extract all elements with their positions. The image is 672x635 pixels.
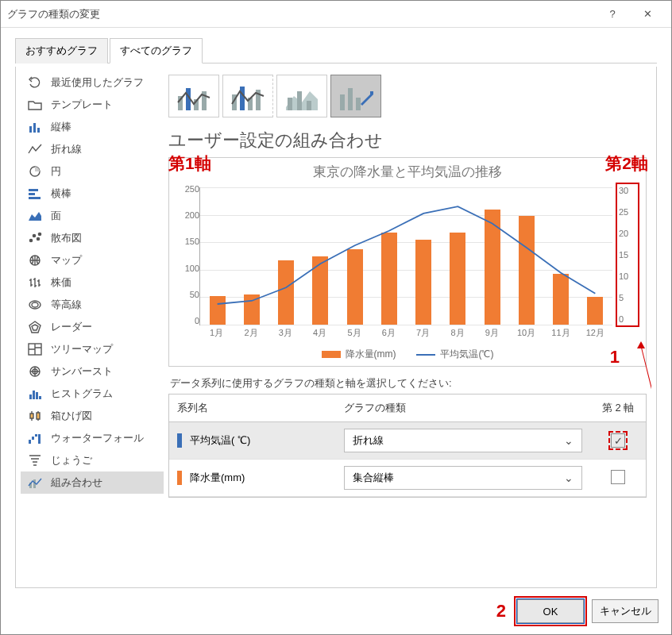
column-icon	[27, 120, 43, 134]
undo-icon	[27, 75, 43, 90]
svg-rect-45	[370, 91, 373, 94]
sunburst-icon	[27, 364, 43, 379]
contour-icon	[27, 298, 43, 312]
sidebar-item-label: 等高線	[51, 298, 82, 312]
tabs: おすすめグラフ すべてのグラフ	[15, 37, 657, 64]
area-icon	[27, 209, 43, 223]
y-axis-left-ticks: 250200150100500	[176, 184, 199, 325]
svg-rect-24	[29, 440, 31, 444]
series-header-type: グラフの種類	[336, 394, 590, 421]
sidebar-item-label: マップ	[51, 253, 82, 267]
combo-subtype-2[interactable]	[222, 75, 273, 117]
combo-icon	[27, 475, 43, 490]
pie-icon	[27, 164, 43, 179]
svg-point-10	[37, 237, 39, 240]
sidebar-item-waterfall[interactable]: ウォーターフォール	[21, 427, 164, 449]
svg-rect-42	[340, 94, 345, 110]
sidebar-item-label: ウォーターフォール	[51, 431, 144, 445]
sidebar-item-area[interactable]: 面	[21, 205, 164, 227]
secondary-axis-checkbox[interactable]: ✓	[611, 433, 625, 448]
sidebar-item-column[interactable]: 縦棒	[21, 116, 164, 138]
cancel-button[interactable]: キャンセル	[592, 599, 658, 623]
secondary-axis-checkbox[interactable]	[611, 470, 625, 484]
sidebar-item-label: 横棒	[51, 187, 71, 201]
sidebar-item-map[interactable]: マップ	[21, 249, 164, 271]
legend-bar-swatch	[322, 351, 341, 358]
sidebar-item-funnel[interactable]: じょうご	[21, 449, 164, 471]
sidebar-item-barh[interactable]: 横棒	[21, 183, 164, 205]
chart-preview: 東京の降水量と平均気温の推移 250200150100500 302520151…	[168, 157, 647, 367]
sidebar-item-label: レーダー	[51, 320, 92, 334]
scatter-icon	[27, 231, 43, 245]
combo-subtype-3[interactable]	[276, 75, 327, 117]
dialog-title: グラフの種類の変更	[7, 7, 595, 21]
svg-rect-43	[348, 88, 353, 110]
sidebar-item-line[interactable]: 折れ線	[21, 138, 164, 160]
svg-point-8	[29, 239, 32, 241]
combo-heading: ユーザー設定の組み合わせ	[168, 129, 647, 152]
line-icon	[27, 142, 43, 156]
series-type-value: 折れ線	[353, 433, 384, 448]
svg-marker-15	[29, 321, 41, 333]
combo-subtype-row	[168, 75, 647, 117]
sidebar-item-folder[interactable]: テンプレート	[21, 94, 164, 116]
series-color-swatch	[177, 433, 182, 448]
sidebar-item-pie[interactable]: 円	[21, 160, 164, 183]
svg-rect-1	[33, 123, 36, 133]
help-button[interactable]: ?	[595, 1, 630, 27]
legend-line-swatch	[416, 354, 435, 361]
combo-subtype-1[interactable]	[168, 75, 219, 117]
svg-rect-20	[29, 394, 32, 399]
sidebar-item-boxplot[interactable]: 箱ひげ図	[21, 405, 164, 427]
sidebar-item-label: 散布図	[51, 231, 82, 245]
chart-title: 東京の降水量と平均気温の推移	[176, 163, 639, 181]
svg-rect-27	[38, 434, 41, 444]
sidebar-item-contour[interactable]: 等高線	[21, 294, 164, 316]
tab-all-charts[interactable]: すべてのグラフ	[110, 38, 203, 64]
chevron-down-icon	[564, 434, 574, 447]
dialog-footer: 2 OK キャンセル	[1, 591, 671, 634]
sidebar-item-scatter[interactable]: 散布図	[21, 227, 164, 249]
annotation-number-2: 2	[496, 601, 506, 622]
sidebar-item-histogram[interactable]: ヒストグラム	[21, 383, 164, 405]
combo-subtype-custom[interactable]	[330, 75, 381, 117]
sidebar-item-undo[interactable]: 最近使用したグラフ	[21, 71, 164, 94]
sidebar-item-stock[interactable]: 株価	[21, 271, 164, 294]
change-chart-type-dialog: グラフの種類の変更 ? ✕ おすすめグラフ すべてのグラフ 最近使用したグラフテ…	[0, 0, 672, 635]
series-type-select[interactable]: 集合縦棒	[344, 466, 582, 490]
sidebar-item-treemap[interactable]: ツリーマップ	[21, 338, 164, 360]
tab-recommended[interactable]: おすすめグラフ	[15, 38, 108, 64]
svg-rect-2	[37, 128, 40, 133]
svg-rect-4	[29, 189, 38, 191]
sidebar-item-combo[interactable]: 組み合わせ	[21, 471, 164, 494]
close-button[interactable]: ✕	[630, 1, 665, 27]
svg-rect-39	[288, 98, 292, 110]
series-type-select[interactable]: 折れ線	[344, 429, 582, 452]
series-table: 系列名 グラフの種類 第 2 軸 平均気温( ℃) 折れ線 ✓ 降水量(mm)	[168, 394, 647, 498]
ok-button[interactable]: OK	[517, 599, 584, 623]
svg-rect-0	[29, 126, 32, 133]
svg-rect-21	[33, 391, 35, 399]
stock-icon	[27, 275, 43, 290]
chart-category-sidebar: 最近使用したグラフテンプレート縦棒折れ線円横棒面散布図マップ株価等高線レーダーツ…	[21, 71, 164, 583]
series-row: 降水量(mm) 集合縦棒	[169, 460, 646, 497]
series-instruction: データ系列に使用するグラフの種類と軸を選択してください:	[170, 376, 647, 391]
series-name: 平均気温( ℃)	[190, 433, 250, 448]
svg-marker-7	[29, 212, 41, 221]
ok-highlight: OK	[516, 598, 585, 625]
sidebar-item-sunburst[interactable]: サンバースト	[21, 360, 164, 383]
sidebar-item-label: サンバースト	[51, 364, 113, 379]
titlebar: グラフの種類の変更 ? ✕	[1, 1, 671, 28]
barh-icon	[27, 187, 43, 201]
sidebar-item-label: 箱ひげ図	[51, 409, 92, 423]
line-series	[200, 190, 612, 328]
chevron-down-icon	[564, 471, 574, 484]
sidebar-item-label: 最近使用したグラフ	[51, 75, 144, 90]
svg-point-11	[38, 233, 41, 235]
right-pane: ユーザー設定の組み合わせ 第1軸 第2軸 東京の降水量と平均気温の推移 2502…	[164, 71, 651, 583]
svg-rect-44	[356, 98, 361, 110]
svg-rect-22	[36, 392, 38, 399]
sidebar-item-label: ヒストグラム	[51, 387, 113, 401]
sidebar-item-label: ツリーマップ	[51, 342, 113, 356]
sidebar-item-radar[interactable]: レーダー	[21, 316, 164, 338]
